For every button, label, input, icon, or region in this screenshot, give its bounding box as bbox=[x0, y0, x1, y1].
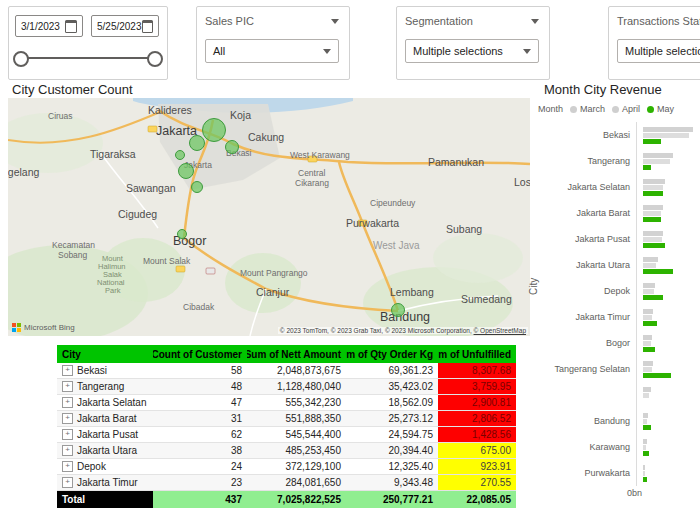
expand-icon[interactable]: + bbox=[62, 413, 73, 424]
cell-unfulfilled[interactable]: 923.91 bbox=[438, 459, 516, 475]
date-end-input[interactable]: 5/25/2023 bbox=[91, 15, 159, 37]
bar-april[interactable] bbox=[643, 419, 647, 424]
bar-april[interactable] bbox=[643, 159, 670, 164]
map-bubble[interactable] bbox=[391, 303, 405, 317]
bar-april[interactable] bbox=[643, 445, 646, 450]
table-row[interactable]: +Depok24372,129,10012,325.40923.91 bbox=[57, 459, 516, 475]
cell-nett-amount[interactable]: 2,048,873,675 bbox=[247, 363, 346, 379]
cell-count[interactable]: 47 bbox=[153, 395, 247, 411]
bar-march[interactable] bbox=[643, 231, 663, 236]
map-bubble[interactable] bbox=[225, 140, 239, 154]
bar-april[interactable] bbox=[643, 211, 661, 216]
cell-nett-amount[interactable]: 1,128,480,040 bbox=[247, 379, 346, 395]
bar-april[interactable] bbox=[643, 341, 651, 346]
col-header-city[interactable]: City bbox=[57, 345, 153, 363]
bar-april[interactable] bbox=[643, 133, 689, 138]
chevron-down-icon[interactable] bbox=[531, 19, 539, 24]
expand-icon[interactable]: + bbox=[62, 429, 73, 440]
bar-march[interactable] bbox=[643, 127, 693, 132]
cell-unfulfilled[interactable]: 2,900.81 bbox=[438, 395, 516, 411]
cell-city[interactable]: +Depok bbox=[57, 459, 153, 475]
bar-march[interactable] bbox=[643, 153, 673, 158]
table-row[interactable]: +Jakarta Selatan47555,342,23018,562.092,… bbox=[57, 395, 516, 411]
bar-may[interactable] bbox=[643, 243, 665, 248]
bar-may[interactable] bbox=[643, 269, 673, 274]
cell-city[interactable]: +Jakarta Selatan bbox=[57, 395, 153, 411]
cell-unfulfilled[interactable]: 675.00 bbox=[438, 443, 516, 459]
bar-march[interactable] bbox=[643, 309, 653, 314]
cell-count[interactable]: 38 bbox=[153, 443, 247, 459]
bar-march[interactable] bbox=[643, 439, 647, 444]
cell-count[interactable]: 48 bbox=[153, 379, 247, 395]
bar-may[interactable] bbox=[643, 217, 661, 222]
cell-qty-order[interactable]: 20,394.40 bbox=[346, 443, 438, 459]
chevron-down-icon[interactable] bbox=[331, 19, 339, 24]
map-bubble[interactable] bbox=[202, 118, 226, 142]
cell-qty-order[interactable]: 18,562.09 bbox=[346, 395, 438, 411]
date-start-input[interactable]: 3/1/2023 bbox=[15, 15, 83, 37]
cell-count[interactable]: 62 bbox=[153, 427, 247, 443]
bar-may[interactable] bbox=[643, 373, 671, 378]
cell-unfulfilled[interactable]: 2,806.52 bbox=[438, 411, 516, 427]
bar-may[interactable] bbox=[643, 295, 663, 300]
cell-nett-amount[interactable]: 372,129,100 bbox=[247, 459, 346, 475]
slider-handle-start[interactable] bbox=[13, 51, 29, 67]
bar-may[interactable] bbox=[643, 165, 651, 170]
bar-march[interactable] bbox=[643, 179, 665, 184]
bar-may[interactable] bbox=[643, 321, 657, 326]
bar-may[interactable] bbox=[643, 191, 663, 196]
col-header-unfulfilled[interactable]: Sum of Unfulfilled bbox=[438, 345, 516, 363]
cell-nett-amount[interactable]: 551,888,350 bbox=[247, 411, 346, 427]
cell-qty-order[interactable]: 25,273.12 bbox=[346, 411, 438, 427]
cell-city[interactable]: +Jakarta Barat bbox=[57, 411, 153, 427]
cell-city[interactable]: +Tangerang bbox=[57, 379, 153, 395]
table-row[interactable]: +Bekasi582,048,873,67569,361.238,307.68 bbox=[57, 363, 516, 379]
map-bubble[interactable] bbox=[175, 150, 185, 160]
expand-icon[interactable]: + bbox=[62, 365, 73, 376]
bar-march[interactable] bbox=[643, 205, 663, 210]
cell-unfulfilled[interactable]: 1,428.56 bbox=[438, 427, 516, 443]
bar-march[interactable] bbox=[643, 387, 651, 392]
legend-item-march[interactable]: March bbox=[570, 104, 605, 114]
bar-march[interactable] bbox=[643, 465, 645, 470]
map-bubble[interactable] bbox=[177, 229, 187, 239]
col-header-nett[interactable]: Sum of Nett Amount bbox=[247, 345, 346, 363]
bar-april[interactable] bbox=[643, 237, 662, 242]
date-slider-active-range[interactable] bbox=[23, 57, 151, 59]
cell-city[interactable]: +Jakarta Pusat bbox=[57, 427, 153, 443]
table-row[interactable]: +Jakarta Barat31551,888,35025,273.122,80… bbox=[57, 411, 516, 427]
cell-qty-order[interactable]: 12,325.40 bbox=[346, 459, 438, 475]
cell-qty-order[interactable]: 9,343.48 bbox=[346, 475, 438, 491]
cell-nett-amount[interactable]: 485,253,450 bbox=[247, 443, 346, 459]
legend-item-may[interactable]: May bbox=[647, 104, 674, 114]
bar-april[interactable] bbox=[643, 393, 649, 398]
cell-city[interactable]: +Bekasi bbox=[57, 363, 153, 379]
bar-april[interactable] bbox=[643, 289, 654, 294]
bar-march[interactable] bbox=[643, 413, 648, 418]
segmentation-dropdown[interactable]: Multiple selections bbox=[405, 39, 539, 63]
bar-march[interactable] bbox=[643, 257, 658, 262]
cell-city[interactable]: +Jakarta Timur bbox=[57, 475, 153, 491]
expand-icon[interactable]: + bbox=[62, 445, 73, 456]
cell-nett-amount[interactable]: 545,544,400 bbox=[247, 427, 346, 443]
cell-qty-order[interactable]: 35,423.02 bbox=[346, 379, 438, 395]
bar-may[interactable] bbox=[643, 477, 647, 482]
cell-count[interactable]: 23 bbox=[153, 475, 247, 491]
cell-count[interactable]: 58 bbox=[153, 363, 247, 379]
bar-march[interactable] bbox=[643, 335, 652, 340]
cell-qty-order[interactable]: 69,361.23 bbox=[346, 363, 438, 379]
openstreetmap-link[interactable]: © OpenStreetMap bbox=[474, 327, 526, 334]
map-visual[interactable]: CiruasKalideresKojaJakartaCakungTigaraks… bbox=[8, 98, 530, 336]
bar-may[interactable] bbox=[643, 425, 651, 430]
bar-april[interactable] bbox=[643, 315, 652, 320]
bar-april[interactable] bbox=[643, 185, 663, 190]
table-row[interactable]: +Jakarta Pusat62545,544,40024,594.751,42… bbox=[57, 427, 516, 443]
bar-may[interactable] bbox=[643, 451, 649, 456]
cell-count[interactable]: 24 bbox=[153, 459, 247, 475]
bar-march[interactable] bbox=[643, 283, 655, 288]
map-bubble[interactable] bbox=[191, 181, 203, 193]
col-header-count[interactable]: Count of Customer bbox=[153, 345, 247, 363]
cell-count[interactable]: 31 bbox=[153, 411, 247, 427]
map-bubble[interactable] bbox=[189, 135, 205, 151]
cell-nett-amount[interactable]: 284,081,650 bbox=[247, 475, 346, 491]
